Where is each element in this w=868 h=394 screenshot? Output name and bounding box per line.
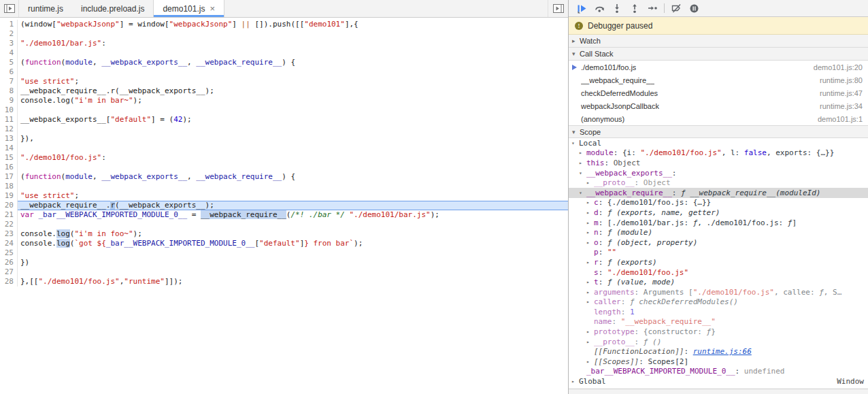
line-number[interactable]: 25	[0, 248, 18, 258]
scope-row[interactable]: ▸module: {i: "./demo101/foo.js", l: fals…	[569, 148, 868, 159]
line-number[interactable]: 17	[0, 172, 18, 182]
line-number[interactable]: 16	[0, 163, 18, 172]
line-number[interactable]: 27	[0, 267, 18, 277]
line-number[interactable]: 4	[0, 48, 18, 58]
line-number[interactable]: 5	[0, 58, 18, 67]
disclosure-collapsed-icon[interactable]: ▸	[586, 329, 594, 335]
show-navigator-button[interactable]	[0, 0, 19, 17]
disclosure-collapsed-icon[interactable]: ▸	[586, 229, 594, 235]
scope-row[interactable]: ▸m: [./demo101/bar.js: ƒ, ./demo101/foo.…	[569, 218, 868, 228]
line-number[interactable]: 22	[0, 220, 18, 229]
line-number[interactable]: 26	[0, 258, 18, 267]
disclosure-collapsed-icon[interactable]: ▸	[586, 279, 594, 285]
step-over-button[interactable]	[590, 1, 608, 16]
line-number[interactable]: 19	[0, 191, 18, 201]
disclosure-expanded-icon[interactable]: ▾	[579, 190, 586, 196]
code-text: var _bar__WEBPACK_IMPORTED_MODULE_0__ = …	[18, 210, 568, 220]
disclosure-collapsed-icon[interactable]: ▸	[586, 210, 594, 216]
line-number[interactable]: 18	[0, 182, 18, 191]
scope-row[interactable]: length: 1	[569, 307, 868, 317]
tab-close-icon[interactable]: ×	[210, 5, 215, 12]
code-text	[18, 267, 568, 277]
pause-on-exceptions-button[interactable]	[685, 1, 703, 16]
line-number[interactable]: 9	[0, 96, 18, 105]
text-segment: ƒ	[644, 338, 652, 346]
deactivate-breakpoints-button[interactable]	[667, 1, 685, 16]
disclosure-collapsed-icon[interactable]: ▸	[586, 199, 594, 206]
call-stack-frame[interactable]: checkDeferredModulesruntime.js:47	[569, 86, 868, 99]
scope-row[interactable]: ▸r: ƒ (exports)	[569, 257, 868, 267]
scope-row[interactable]: ▸t: ƒ (value, mode)	[569, 277, 868, 287]
step-into-button[interactable]	[608, 1, 626, 16]
scope-row[interactable]: ▸__proto__: ƒ ()	[569, 337, 868, 347]
scope-row[interactable]: ▸n: ƒ (module)	[569, 227, 868, 237]
scope-row[interactable]: ▸caller: ƒ checkDeferredModules()	[569, 297, 868, 308]
scope-row[interactable]: p: ""	[569, 248, 868, 258]
call-stack-frame[interactable]: webpackJsonpCallbackruntime.js:34	[569, 99, 868, 112]
line-number[interactable]: 12	[0, 125, 18, 134]
disclosure-collapsed-icon[interactable]: ▸	[571, 378, 579, 384]
code-editor[interactable]: 1(window["webpackJsonp"] = window["webpa…	[0, 18, 568, 394]
section-header-watch[interactable]: ▸ Watch	[569, 35, 868, 48]
line-number[interactable]: 24	[0, 239, 18, 248]
scope-row[interactable]: ▸c: {./demo101/foo.js: {…}}	[569, 198, 868, 208]
scope-row[interactable]: _bar__WEBPACK_IMPORTED_MODULE_0__: undef…	[569, 367, 868, 377]
tab-demo101.js[interactable]: demo101.js×	[153, 0, 224, 17]
line-number[interactable]: 14	[0, 144, 18, 153]
text-segment: ƒ	[693, 218, 698, 227]
line-number[interactable]: 1	[0, 20, 18, 29]
line-number[interactable]: 11	[0, 115, 18, 125]
scope-row[interactable]: name: "__webpack_require__"	[569, 317, 868, 327]
scope-row[interactable]: ▾__webpack_require__: ƒ __webpack_requir…	[569, 188, 868, 198]
call-stack-frame[interactable]: __webpack_require__runtime.js:80	[569, 73, 868, 86]
scope-row[interactable]: ▸[[Scopes]]: Scopes[2]	[569, 357, 868, 367]
scope-row[interactable]: ▸o: ƒ (object, property)	[569, 237, 868, 248]
scope-row[interactable]: ▸GlobalWindow	[569, 376, 868, 387]
line-number[interactable]: 6	[0, 67, 18, 77]
disclosure-collapsed-icon[interactable]: ▸	[586, 299, 594, 305]
section-header-scope[interactable]: ▾ Scope	[569, 125, 868, 138]
disclosure-expanded-icon[interactable]: ▾	[571, 140, 579, 146]
line-number[interactable]: 7	[0, 77, 18, 86]
line-number[interactable]: 10	[0, 105, 18, 115]
line-number[interactable]: 28	[0, 277, 18, 286]
disclosure-collapsed-icon[interactable]: ▸	[586, 240, 594, 246]
call-stack-frame[interactable]: (anonymous)demo101.js:1	[569, 112, 868, 125]
step-button[interactable]	[644, 1, 661, 16]
scope-row[interactable]: ▸this: Object	[569, 158, 868, 168]
disclosure-collapsed-icon[interactable]: ▸	[579, 160, 586, 166]
disclosure-collapsed-icon[interactable]: ▸	[586, 220, 594, 226]
scope-row[interactable]: ▸arguments: Arguments ["./demo101/foo.js…	[569, 287, 868, 297]
scope-row[interactable]: s: "./demo101/foo.js"	[569, 267, 868, 278]
line-number[interactable]: 21	[0, 210, 18, 220]
disclosure-collapsed-icon[interactable]: ▸	[586, 359, 594, 365]
resume-script-execution-button[interactable]	[573, 1, 590, 16]
tab-runtime.js[interactable]: runtime.js	[19, 0, 72, 17]
line-number[interactable]: 13	[0, 134, 18, 144]
disclosure-collapsed-icon[interactable]: ▸	[579, 150, 586, 156]
line-number[interactable]: 3	[0, 39, 18, 48]
disclosure-collapsed-icon[interactable]: ▸	[586, 289, 594, 295]
tab-include.preload.js[interactable]: include.preload.js	[72, 0, 153, 17]
disclosure-collapsed-icon[interactable]: ▸	[586, 180, 594, 186]
disclosure-collapsed-icon[interactable]: ▸	[586, 339, 594, 345]
scope-row[interactable]: [[FunctionLocation]]: runtime.js:66	[569, 346, 868, 357]
line-number[interactable]: 15	[0, 153, 18, 163]
scope-row[interactable]: ▸prototype: {constructor: ƒ}	[569, 327, 868, 337]
line-number[interactable]: 23	[0, 229, 18, 239]
line-number[interactable]: 8	[0, 86, 18, 96]
scope-row[interactable]: ▸d: ƒ (exports, name, getter)	[569, 208, 868, 218]
text-segment: function	[25, 58, 61, 67]
call-stack-frame[interactable]: ./demo101/foo.jsdemo101.js:20	[569, 61, 868, 73]
scope-row[interactable]: ▾Local	[569, 138, 868, 148]
scope-row[interactable]: ▾__webpack_exports__:	[569, 168, 868, 178]
disclosure-collapsed-icon[interactable]: ▸	[586, 259, 594, 265]
line-number[interactable]: 20	[0, 201, 18, 210]
text-segment: false	[744, 148, 767, 157]
section-header-call-stack[interactable]: ▾ Call Stack	[569, 48, 868, 61]
scope-row[interactable]: ▸__proto__: Object	[569, 178, 868, 188]
step-out-button[interactable]	[626, 1, 644, 16]
line-number[interactable]: 2	[0, 29, 18, 39]
disclosure-expanded-icon[interactable]: ▾	[579, 170, 586, 176]
show-debugger-sidebar-button[interactable]	[548, 0, 568, 17]
